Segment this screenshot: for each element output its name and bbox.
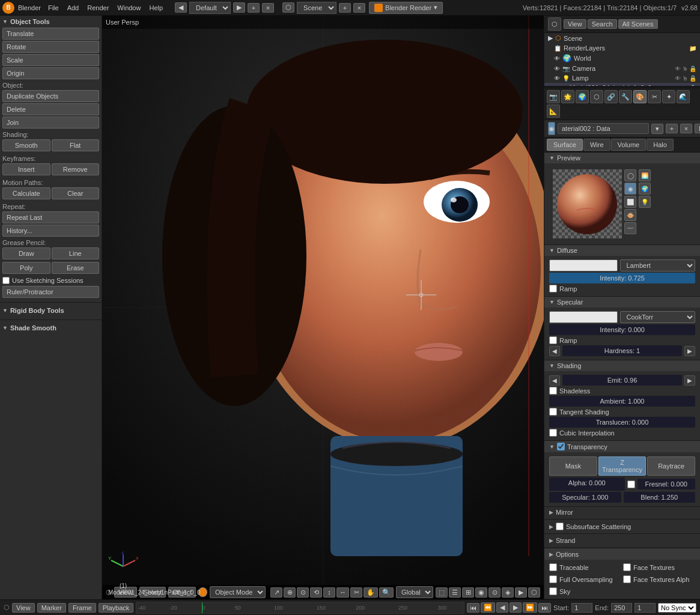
insert-btn[interactable]: Insert xyxy=(2,163,50,175)
outliner-world[interactable]: 👁 🌍 World xyxy=(544,53,700,64)
screen-prev[interactable]: ◀ xyxy=(175,2,187,13)
transparency-header[interactable]: ▼ Transparency xyxy=(544,441,700,452)
sync-selector[interactable]: No Sync xyxy=(658,603,696,613)
cubic-checkbox[interactable] xyxy=(549,429,557,437)
hardness-slider[interactable]: Hardness: 1 xyxy=(562,345,682,356)
spec-slider[interactable]: Specular: 1.000 xyxy=(549,492,621,503)
sketching-label[interactable]: Use Sketching Sessions xyxy=(12,277,84,284)
current-frame-input[interactable] xyxy=(635,603,656,613)
volume-tab[interactable]: Volume xyxy=(611,139,647,151)
next-frame-btn[interactable]: ⏩ xyxy=(523,602,537,613)
view-btn[interactable]: View xyxy=(564,19,586,29)
preview-flat-btn[interactable]: ◯ xyxy=(624,169,636,181)
menu-file[interactable]: File xyxy=(44,3,62,13)
full-oversampling-checkbox[interactable] xyxy=(549,575,557,583)
outliner-scene[interactable]: ▶ ⬡ Scene xyxy=(544,33,700,43)
rotate-btn[interactable]: Rotate xyxy=(2,41,99,53)
blend-slider[interactable]: Blend: 1.250 xyxy=(624,492,696,503)
subsurface-row[interactable]: ▶ Subsurface Scattering xyxy=(544,521,700,532)
alpha-slider[interactable]: Alpha: 0.000 xyxy=(549,477,625,491)
hardness-prev[interactable]: ◀ xyxy=(549,346,560,356)
scale-btn[interactable]: Scale xyxy=(2,54,99,66)
preview-cube-btn[interactable]: ⬜ xyxy=(624,196,636,208)
screen-remove[interactable]: × xyxy=(262,3,274,13)
play-reverse-btn[interactable]: ◀ xyxy=(496,602,508,613)
diffuse-header[interactable]: ▼ Diffuse xyxy=(544,245,700,256)
shading-selector[interactable]: Global xyxy=(396,586,433,598)
prop-material-icon[interactable]: 🎨 xyxy=(633,90,647,103)
vp-rt3[interactable]: ⊞ xyxy=(462,587,474,598)
tangent-checkbox[interactable] xyxy=(549,408,557,416)
vp-tool2[interactable]: ⊕ xyxy=(284,587,296,598)
translate-btn[interactable]: Translate xyxy=(2,28,99,40)
surface-tab[interactable]: Surface xyxy=(547,139,583,151)
options-header[interactable]: ▶ Options xyxy=(544,549,700,560)
duplicate-btn[interactable]: Duplicate Objects xyxy=(2,90,99,102)
menu-render[interactable]: Render xyxy=(84,3,112,13)
repeat-last-btn[interactable]: Repeat Last xyxy=(2,211,99,223)
vp-rt2[interactable]: ☰ xyxy=(449,587,461,598)
object-mode-selector[interactable]: Object Mode xyxy=(210,586,266,598)
start-frame-input[interactable] xyxy=(571,603,592,613)
prop-object-icon[interactable]: ⬡ xyxy=(590,90,603,103)
prop-world-icon[interactable]: 🌍 xyxy=(576,90,589,103)
translucen-slider[interactable]: Translucen: 0.000 xyxy=(549,417,695,428)
shading-header[interactable]: ▼ Shading xyxy=(544,360,700,371)
vp-rt1[interactable]: ⬚ xyxy=(436,587,448,598)
z-transparency-btn[interactable]: Z Transparency xyxy=(598,456,647,476)
prop-constraint-icon[interactable]: 🔗 xyxy=(604,90,618,103)
face-textures-alpha-checkbox[interactable] xyxy=(623,575,631,583)
vp-tool5[interactable]: ↕ xyxy=(323,587,335,598)
vp-tool6[interactable]: ↔ xyxy=(336,587,349,598)
timeline-playback-btn[interactable]: Playback xyxy=(99,603,134,613)
traceable-checkbox[interactable] xyxy=(549,563,557,571)
mat-remove-btn[interactable]: × xyxy=(680,124,692,133)
draw-btn[interactable]: Draw xyxy=(2,247,50,259)
erase-btn[interactable]: Erase xyxy=(52,262,100,274)
specular-color-swatch[interactable] xyxy=(549,311,618,323)
vp-rt4[interactable]: ◉ xyxy=(475,587,487,598)
specular-type-selector[interactable]: CookTorr xyxy=(620,311,696,323)
vp-tool3[interactable]: ⊙ xyxy=(297,587,309,598)
prop-scene-icon[interactable]: 🌟 xyxy=(561,90,574,103)
scene-selector[interactable]: Scene xyxy=(297,2,336,14)
origin-btn[interactable]: Origin xyxy=(2,67,99,79)
scene-remove[interactable]: × xyxy=(353,3,365,13)
outliner-lamp[interactable]: 👁 💡 Lamp 👁 🖱 🔒 xyxy=(544,73,700,83)
hardness-next[interactable]: ▶ xyxy=(684,346,695,356)
diffuse-ramp-checkbox[interactable] xyxy=(549,285,557,292)
outliner-renderlayers[interactable]: 📋 RenderLayers 📁 xyxy=(544,43,700,53)
play-btn[interactable]: ▶ xyxy=(510,602,522,613)
remove-btn[interactable]: Remove xyxy=(52,163,100,175)
screen-add[interactable]: + xyxy=(248,3,260,13)
ruler-btn[interactable]: Ruler/Protractor xyxy=(2,286,99,298)
raytrace-btn[interactable]: Raytrace xyxy=(647,456,695,476)
end-frame-input[interactable] xyxy=(611,603,632,613)
mat-add-btn[interactable]: + xyxy=(666,124,678,133)
diffuse-color-swatch[interactable] xyxy=(549,259,618,271)
search-btn[interactable]: Search xyxy=(588,19,617,29)
transparency-label[interactable]: Transparency xyxy=(567,443,607,450)
preview-hdri-btn[interactable]: 🌅 xyxy=(639,169,651,181)
flat-btn[interactable]: Flat xyxy=(52,139,100,151)
mask-btn[interactable]: Mask xyxy=(549,456,597,476)
screen-next[interactable]: ▶ xyxy=(233,2,245,13)
mat-name-input[interactable] xyxy=(558,123,649,134)
frame-ruler[interactable]: -40 -20 0 50 100 150 200 250 300 xyxy=(136,602,464,614)
emit-slider[interactable]: Emit: 0.96 xyxy=(562,375,682,386)
vp-rt8[interactable]: ⬡ xyxy=(528,587,540,598)
screen-layout-selector[interactable]: Default xyxy=(189,2,231,14)
vp-rt7[interactable]: ▶ xyxy=(515,587,527,598)
traceable-label[interactable]: Traceable xyxy=(559,564,589,571)
diffuse-ramp-label[interactable]: Ramp xyxy=(559,285,577,292)
vp-tool1[interactable]: ↗ xyxy=(270,587,282,598)
fresnel-slider[interactable]: Fresnel: 0.000 xyxy=(638,479,696,489)
preview-hair-btn[interactable]: 〰 xyxy=(624,222,636,234)
prop-modifier-icon[interactable]: 🔧 xyxy=(619,90,632,103)
specular-header[interactable]: ▼ Specular xyxy=(544,297,700,308)
jump-start-btn[interactable]: ⏮ xyxy=(467,603,479,613)
prop-render-icon[interactable]: 📷 xyxy=(547,90,560,103)
mirror-row[interactable]: ▶ Mirror xyxy=(544,507,700,518)
preview-monkey-btn[interactable]: 🐵 xyxy=(624,209,636,221)
timeline-frame-btn[interactable]: Frame xyxy=(68,603,96,613)
